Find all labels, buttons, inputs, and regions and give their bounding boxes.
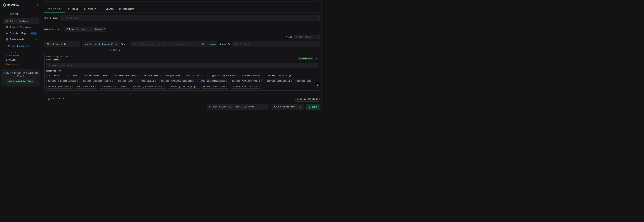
svg-text:2: 2 [84,9,85,10]
svg-text:3: 3 [85,8,86,10]
